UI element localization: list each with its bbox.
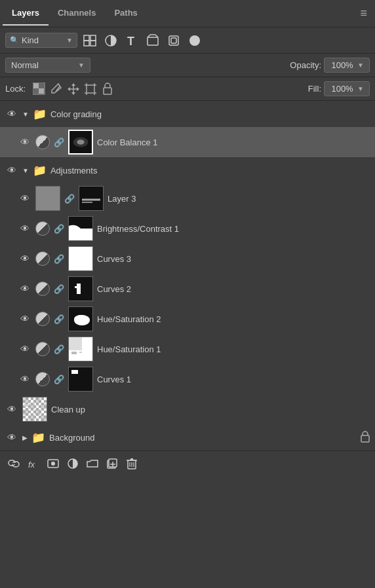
adjustment-layer-icon <box>35 312 50 326</box>
type-filter-icon[interactable]: T <box>123 32 140 49</box>
layers-list: 👁 ▼ 📁 Color grading 👁 🔗 Color Balance 1 … <box>0 101 375 450</box>
visibility-icon[interactable]: 👁 <box>18 374 31 384</box>
search-icon: 🔍 <box>10 36 19 45</box>
layer-row[interactable]: 👁 🔗 Hue/Saturation 2 <box>0 304 375 334</box>
opacity-label: Opacity: <box>290 60 321 70</box>
svg-text:fx: fx <box>28 460 35 469</box>
layer-name: Curves 3 <box>97 254 370 264</box>
new-adjustment-button[interactable] <box>66 456 80 471</box>
add-effect-button[interactable]: fx <box>26 456 41 471</box>
visibility-icon[interactable]: 👁 <box>18 284 31 294</box>
layer-row[interactable]: 👁 ▶ 📁 Background <box>0 424 375 450</box>
smart-filter-icon[interactable] <box>165 32 182 49</box>
svg-rect-65 <box>24 404 28 407</box>
tab-paths[interactable]: Paths <box>105 1 146 26</box>
svg-rect-14 <box>39 83 44 88</box>
adjustment-layer-icon <box>35 282 50 296</box>
shape-filter-icon[interactable] <box>144 32 161 49</box>
lock-position-icon[interactable] <box>66 82 81 96</box>
folder-icon: 📁 <box>33 107 47 121</box>
visibility-icon[interactable]: 👁 <box>18 193 31 204</box>
new-layer-button[interactable] <box>105 456 119 471</box>
visibility-icon[interactable]: 👁 <box>18 344 31 354</box>
layer-name: Background <box>49 433 357 443</box>
tab-layers[interactable]: Layers <box>3 1 49 26</box>
fill-input[interactable]: 100% ▼ <box>324 81 370 96</box>
svg-rect-39 <box>79 187 103 210</box>
layer-row[interactable]: 👁 🔗 Curves 2 <box>0 274 375 304</box>
layer-name: Curves 2 <box>97 284 370 294</box>
svg-rect-2 <box>84 41 89 46</box>
layer-row[interactable]: 👁 🔗 Curves 1 <box>0 364 375 394</box>
svg-rect-61 <box>23 409 29 415</box>
layer-row[interactable]: 👁 Clean up <box>0 394 375 424</box>
fill-group: Fill: 100% ▼ <box>308 81 370 96</box>
svg-rect-53 <box>71 352 77 354</box>
tab-channels[interactable]: Channels <box>49 1 106 26</box>
folder-icon: 📁 <box>33 164 47 177</box>
kind-dropdown[interactable]: 🔍 Kind ▼ <box>5 33 77 48</box>
visibility-icon[interactable]: 👁 <box>5 109 18 119</box>
svg-marker-21 <box>71 83 75 86</box>
svg-rect-1 <box>90 35 96 41</box>
svg-rect-11 <box>171 38 176 43</box>
layer-row[interactable]: 👁 🔗 Curves 3 <box>0 244 375 274</box>
svg-rect-57 <box>23 397 29 403</box>
blend-mode-label: Normal <box>11 60 75 70</box>
layer-row[interactable]: 👁 🔗 Layer 3 <box>0 183 375 213</box>
link-icon: 🔗 <box>54 254 64 264</box>
visibility-icon[interactable]: 👁 <box>18 137 31 147</box>
layer-row[interactable]: 👁 ▼ 📁 Color grading <box>0 101 375 127</box>
layer-row[interactable]: 👁 ▼ 📁 Adjustments <box>0 157 375 183</box>
expand-arrow-icon[interactable]: ▼ <box>22 111 29 118</box>
adjustment-layer-icon <box>35 135 50 149</box>
layer-row[interactable]: 👁 🔗 Brightness/Contrast 1 <box>0 213 375 244</box>
layer-thumbnail <box>68 246 93 271</box>
layer-lock-icon <box>361 431 370 445</box>
lock-paint-icon[interactable] <box>49 82 64 96</box>
visibility-icon[interactable]: 👁 <box>5 165 18 175</box>
svg-rect-0 <box>84 35 89 41</box>
tabs-bar: Layers Channels Paths ≡ <box>0 0 375 28</box>
visibility-icon[interactable]: 👁 <box>18 314 31 324</box>
svg-text:T: T <box>127 35 134 47</box>
blend-mode-dropdown[interactable]: Normal ▼ <box>5 58 90 73</box>
layer-row[interactable]: 👁 🔗 Hue/Saturation 1 <box>0 334 375 364</box>
lock-all-icon[interactable] <box>100 82 115 96</box>
adjustment-filter-icon[interactable] <box>102 32 119 49</box>
svg-rect-52 <box>69 337 82 350</box>
pixel-filter-icon[interactable] <box>81 32 98 49</box>
circle-filter-icon[interactable] <box>186 32 203 49</box>
opacity-input[interactable]: 100% ▼ <box>324 58 370 73</box>
visibility-icon[interactable]: 👁 <box>18 223 31 234</box>
add-mask-button[interactable] <box>46 456 60 471</box>
layer-thumbnail <box>35 186 60 211</box>
kind-arrow-icon: ▼ <box>66 37 73 44</box>
visibility-icon[interactable]: 👁 <box>18 253 31 264</box>
lock-artboard-icon[interactable] <box>83 82 98 96</box>
layer-thumbnail <box>68 337 93 361</box>
link-icon: 🔗 <box>54 314 64 324</box>
opacity-group: Opacity: 100% ▼ <box>290 58 370 73</box>
svg-rect-34 <box>104 88 111 94</box>
layer-row[interactable]: 👁 🔗 Color Balance 1 <box>0 127 375 157</box>
layer-name: Color grading <box>50 109 370 119</box>
visibility-icon[interactable]: 👁 <box>5 432 18 443</box>
layer-name: Adjustments <box>50 166 370 175</box>
delete-layer-button[interactable] <box>125 456 139 471</box>
layer-name: Layer 3 <box>108 194 370 204</box>
link-layers-button[interactable] <box>7 456 21 471</box>
layer-name: Hue/Saturation 1 <box>97 344 370 354</box>
svg-rect-62 <box>35 409 41 415</box>
panel-menu-icon[interactable]: ≡ <box>355 4 372 23</box>
svg-marker-24 <box>77 87 79 91</box>
expand-arrow-icon[interactable]: ▼ <box>22 167 29 174</box>
expand-arrow-icon[interactable]: ▶ <box>22 434 28 441</box>
lock-pixel-icon[interactable] <box>32 82 47 96</box>
visibility-icon[interactable]: 👁 <box>5 404 18 414</box>
svg-rect-56 <box>71 370 78 374</box>
folder-icon: 📁 <box>31 431 45 445</box>
new-group-button[interactable] <box>85 456 100 471</box>
link-icon: 🔗 <box>54 138 64 147</box>
layer-thumbnail <box>68 130 93 155</box>
